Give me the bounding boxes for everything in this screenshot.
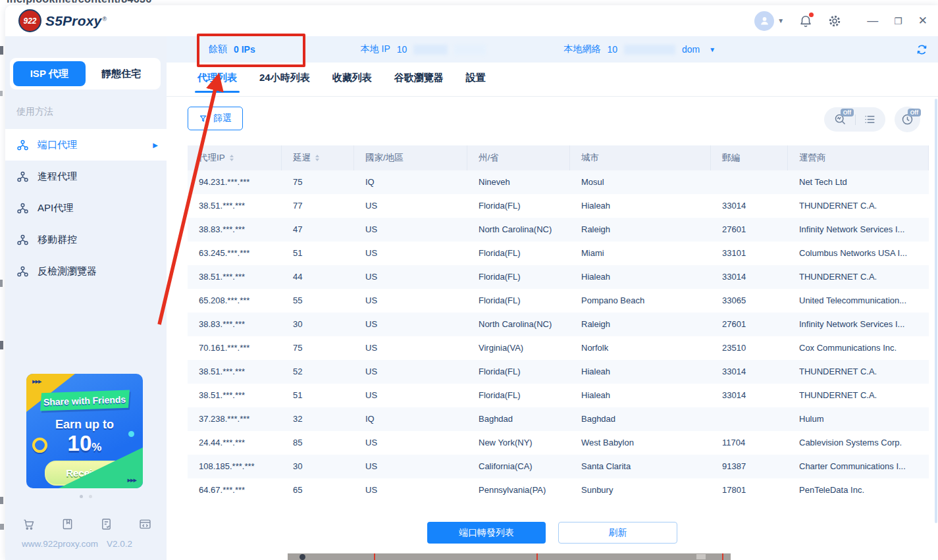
cell-city: Sunbury [570, 478, 711, 502]
cell-city: Raleigh [570, 218, 711, 242]
proxy-type-segment[interactable]: 靜態住宅 [86, 61, 158, 86]
menu-item-icon [16, 170, 29, 183]
table-header-cell[interactable]: 郵編 [711, 145, 788, 170]
cell-state: California(CA) [467, 455, 570, 478]
app-window: 922 S5Proxy® ▼ [5, 5, 938, 560]
auto-refresh-toggle[interactable]: Off [895, 107, 920, 132]
cell-proxy-ip: 38.83.***.*** [188, 218, 282, 242]
table-row[interactable]: 38.83.***.*** 47 US North Carolina(NC) R… [188, 218, 929, 242]
local-ip-redacted [454, 45, 486, 55]
refresh-list-button[interactable]: 刷新 [558, 522, 677, 544]
promo-earn-text: Earn up to [26, 418, 143, 432]
chevron-down-icon: ▼ [777, 17, 784, 24]
document-check-icon[interactable] [99, 517, 113, 531]
table-header-cell[interactable]: 代理IP [188, 145, 282, 170]
notifications-button[interactable] [798, 14, 813, 28]
background-artifact [0, 341, 3, 349]
network-dropdown-caret-icon[interactable]: ▼ [709, 46, 716, 53]
header-label: 州/省 [479, 152, 499, 164]
minimize-button[interactable]: — [867, 15, 878, 26]
table-row[interactable]: 38.51.***.*** 77 US Florida(FL) Hialeah … [188, 194, 929, 218]
table-row[interactable]: 38.83.***.*** 30 US North Carolina(NC) R… [188, 313, 929, 336]
sort-icon[interactable] [230, 155, 234, 161]
cell-country: US [354, 478, 467, 502]
table-row[interactable]: 94.231.***.*** 75 IQ Nineveh Mosul Net T… [188, 170, 929, 194]
user-icon [759, 15, 770, 26]
table-row[interactable]: 24.44.***.*** 85 US New York(NY) West Ba… [188, 431, 929, 455]
header-label: 國家/地區 [365, 152, 404, 164]
table-row[interactable]: 65.208.***.*** 55 US Florida(FL) Pompano… [188, 289, 929, 313]
carousel-dots[interactable] [5, 495, 167, 498]
table-row[interactable]: 108.185.***.*** 30 US California(CA) San… [188, 455, 929, 478]
tab[interactable]: 收藏列表 [332, 72, 372, 93]
sidebar: ISP 代理 靜態住宅 使用方法 端口代理 ▶ [5, 36, 167, 560]
refresh-ip-button[interactable] [916, 43, 928, 56]
background-artifact [0, 280, 3, 287]
table-row[interactable]: 38.51.***.*** 52 US Florida(FL) Hialeah … [188, 360, 929, 384]
cell-latency: 47 [282, 218, 354, 242]
table-row[interactable]: 38.51.***.*** 51 US Florida(FL) Hialeah … [188, 384, 929, 407]
tab-bar: 代理列表 24小時列表 收藏列表 谷歌瀏覽器 設置 [167, 63, 938, 97]
local-network-value: 10 [607, 44, 617, 55]
cell-country: US [354, 218, 467, 242]
cart-icon[interactable] [22, 517, 36, 531]
menu-item-label: API代理 [38, 202, 73, 215]
sort-icon[interactable] [315, 155, 319, 161]
list-view-button[interactable] [864, 113, 876, 126]
table-header-cell[interactable]: 城市 [570, 145, 711, 170]
speed-test-toggle[interactable]: Off [833, 113, 847, 126]
sidebar-menu-item[interactable]: 端口代理 ▶ [5, 129, 167, 161]
cell-city: Hialeah [570, 384, 711, 407]
cell-latency: 75 [282, 170, 354, 194]
table-row[interactable]: 37.238.***.*** 32 IQ Baghdad Baghdad Hul… [188, 407, 929, 431]
cell-country: US [354, 289, 467, 313]
cell-latency: 51 [282, 242, 354, 265]
menu-item-label: 端口代理 [38, 139, 77, 151]
background-red-mark [722, 553, 723, 560]
off-badge: Off [908, 109, 921, 116]
cell-zip: 33014 [711, 194, 788, 218]
cell-proxy-ip: 64.67.***.*** [188, 478, 282, 502]
table-row[interactable]: 38.51.***.*** 44 US Florida(FL) Hialeah … [188, 265, 929, 289]
menu-item-icon [16, 139, 29, 151]
cell-state: Virginia(VA) [467, 336, 570, 360]
port-forward-list-button[interactable]: 端口轉發列表 [427, 522, 546, 544]
local-ip-redacted [413, 45, 448, 55]
sidebar-menu-item[interactable]: 反檢測瀏覽器 ▶ [5, 255, 167, 287]
cell-country: IQ [354, 170, 467, 194]
code-window-icon[interactable] [138, 517, 152, 531]
header-label: 郵編 [722, 152, 740, 164]
referral-promo-banner[interactable]: ▸▸▸ Share with Friends Earn up to 10% Re… [26, 374, 143, 488]
cell-country: US [354, 336, 467, 360]
proxy-type-segment[interactable]: ISP 代理 [13, 61, 86, 86]
tab[interactable]: 谷歌瀏覽器 [394, 72, 444, 93]
tab[interactable]: 設置 [466, 72, 486, 93]
table-row[interactable]: 64.67.***.*** 65 US Pennsylvania(PA) Sun… [188, 478, 929, 502]
balance-group: 餘額 0 IPs [209, 43, 255, 55]
table-row[interactable]: 63.245.***.*** 51 US Florida(FL) Miami 3… [188, 242, 929, 265]
cell-isp: THUNDERNET C.A. [788, 384, 929, 407]
table-header-cell[interactable]: 國家/地區 [354, 145, 467, 170]
book-icon[interactable] [61, 517, 74, 531]
account-menu[interactable]: ▼ [754, 11, 784, 31]
sidebar-menu-item[interactable]: API代理 ▶ [5, 192, 167, 224]
table-header-cell[interactable]: 運營商 [788, 145, 929, 170]
close-button[interactable]: ✕ [918, 15, 927, 26]
tab[interactable]: 代理列表 [197, 72, 237, 93]
table-header-cell[interactable]: 延遲 [282, 145, 354, 170]
promo-arrows-icon: ▸▸▸ [32, 377, 41, 386]
sidebar-menu-item[interactable]: 移動群控 ▶ [5, 224, 167, 255]
avatar[interactable] [754, 11, 774, 31]
maximize-button[interactable]: ❐ [894, 16, 902, 26]
tab[interactable]: 24小時列表 [259, 72, 310, 93]
table-row[interactable]: 70.161.***.*** 75 US Virginia(VA) Norfol… [188, 336, 929, 360]
website-link[interactable]: www.922proxy.com [22, 539, 98, 549]
cell-isp: PenTeleData Inc. [788, 478, 929, 502]
settings-button[interactable] [827, 14, 842, 28]
scrollbar[interactable] [935, 99, 937, 523]
background-red-mark [536, 553, 538, 560]
cell-country: US [354, 313, 467, 336]
filter-button[interactable]: 篩選 [188, 107, 243, 130]
table-header-cell[interactable]: 州/省 [467, 145, 570, 170]
sidebar-menu-item[interactable]: 進程代理 ▶ [5, 161, 167, 192]
